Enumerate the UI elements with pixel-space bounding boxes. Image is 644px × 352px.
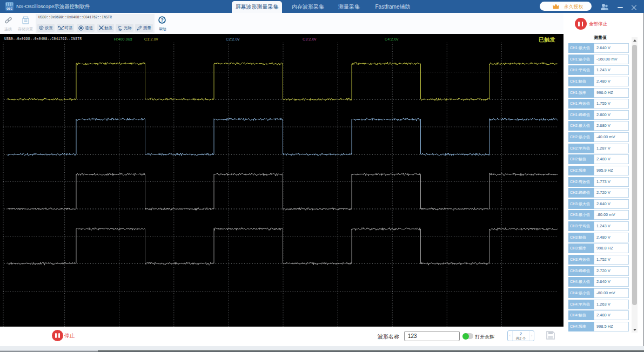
svg-text:?: ? (160, 17, 164, 23)
